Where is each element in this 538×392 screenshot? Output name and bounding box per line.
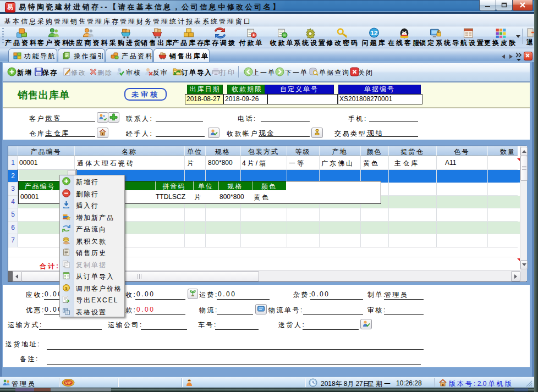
- svg-text:12: 12: [371, 30, 378, 36]
- svg-text:VIP: VIP: [65, 381, 72, 385]
- svg-text:$: $: [65, 286, 68, 291]
